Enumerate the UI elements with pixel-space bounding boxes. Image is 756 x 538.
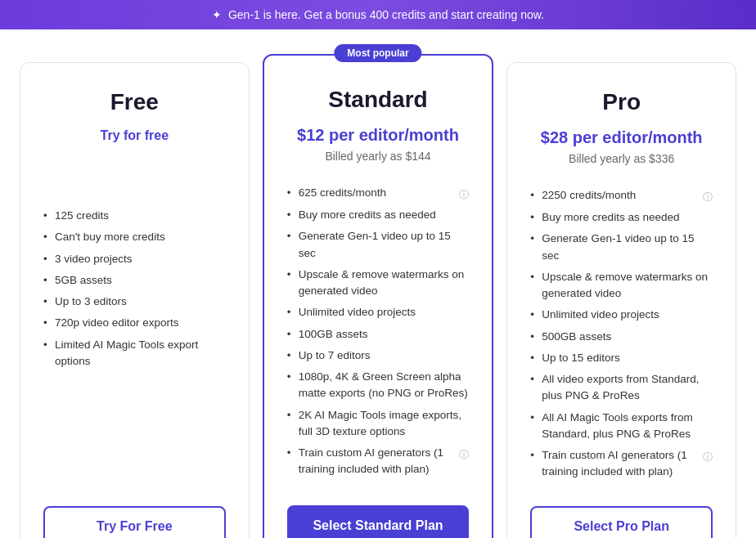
feature-item: Unlimited video projects bbox=[287, 302, 470, 323]
plan-name-standard: Standard bbox=[287, 87, 470, 113]
plan-try-free-free[interactable]: Try for free bbox=[43, 128, 226, 143]
feature-item: Buy more credits as needed bbox=[530, 207, 713, 228]
feature-item: Train custom AI generators (1 training i… bbox=[287, 442, 470, 481]
plan-name-pro: Pro bbox=[530, 89, 713, 115]
plan-price-standard: $12 per editor/month bbox=[287, 126, 470, 145]
feature-item: 2250 credits/monthⓘ bbox=[530, 185, 713, 207]
most-popular-badge: Most popular bbox=[334, 44, 421, 62]
plan-billing-standard: Billed yearly as $144 bbox=[287, 150, 470, 163]
info-icon[interactable]: ⓘ bbox=[703, 190, 713, 204]
features-list-standard: 625 credits/monthⓘBuy more credits as ne… bbox=[287, 182, 470, 482]
plan-card-free: FreeTry for free125 creditsCan't buy mor… bbox=[20, 62, 250, 538]
feature-item: Buy more credits as needed bbox=[287, 204, 470, 226]
feature-item: 100GB assets bbox=[287, 324, 470, 345]
feature-item: 5GB assets bbox=[43, 270, 226, 291]
feature-item: Up to 7 editors bbox=[287, 345, 470, 366]
announcement-banner: ✦ Gen-1 is here. Get a bonus 400 credits… bbox=[0, 0, 756, 29]
cta-button-standard[interactable]: Select Standard Plan bbox=[287, 505, 470, 539]
info-icon[interactable]: ⓘ bbox=[459, 447, 469, 462]
plan-price-pro: $28 per editor/month bbox=[530, 128, 713, 147]
plan-name-free: Free bbox=[43, 89, 226, 115]
feature-item: 500GB assets bbox=[530, 326, 713, 347]
feature-item: All AI Magic Tools exports from Standard… bbox=[530, 407, 713, 446]
banner-sparkle-icon: ✦ bbox=[212, 8, 222, 21]
feature-item: Up to 3 editors bbox=[43, 291, 226, 312]
feature-item: 1080p, 4K & Green Screen alpha matte exp… bbox=[287, 366, 470, 405]
feature-item: 625 credits/monthⓘ bbox=[287, 182, 470, 204]
cta-button-free[interactable]: Try For Free bbox=[43, 506, 226, 539]
feature-item: 720p video editor exports bbox=[43, 312, 226, 334]
feature-item: Generate Gen-1 video up to 15 sec bbox=[287, 226, 470, 264]
plan-card-pro: Pro$28 per editor/monthBilled yearly as … bbox=[506, 62, 736, 538]
feature-item: All video exports from Standard, plus PN… bbox=[530, 369, 713, 407]
info-icon[interactable]: ⓘ bbox=[703, 450, 713, 464]
banner-text: Gen-1 is here. Get a bonus 400 credits a… bbox=[228, 8, 544, 21]
feature-item: 2K AI Magic Tools image exports, full 3D… bbox=[287, 405, 470, 443]
feature-item: Upscale & remove watermarks on generated… bbox=[287, 264, 470, 303]
feature-item: Unlimited video projects bbox=[530, 304, 713, 325]
pricing-section: FreeTry for free125 creditsCan't buy mor… bbox=[0, 29, 756, 538]
cta-button-pro[interactable]: Select Pro Plan bbox=[530, 506, 713, 539]
feature-item: 125 credits bbox=[43, 205, 226, 226]
feature-item: Upscale & remove watermarks on generated… bbox=[530, 267, 713, 305]
feature-item: Limited AI Magic Tools export options bbox=[43, 334, 226, 373]
features-list-free: 125 creditsCan't buy more credits3 video… bbox=[43, 205, 226, 483]
plan-card-standard: Most popularStandard$12 per editor/month… bbox=[263, 54, 494, 538]
feature-item: Generate Gen-1 video up to 15 sec bbox=[530, 228, 713, 267]
feature-item: 3 video projects bbox=[43, 249, 226, 270]
info-icon[interactable]: ⓘ bbox=[459, 187, 469, 202]
feature-item: Up to 15 editors bbox=[530, 347, 713, 369]
feature-item: Train custom AI generators (1 training i… bbox=[530, 445, 713, 483]
feature-item: Can't buy more credits bbox=[43, 226, 226, 248]
plan-billing-pro: Billed yearly as $336 bbox=[530, 152, 713, 165]
features-list-pro: 2250 credits/monthⓘBuy more credits as n… bbox=[530, 185, 713, 483]
